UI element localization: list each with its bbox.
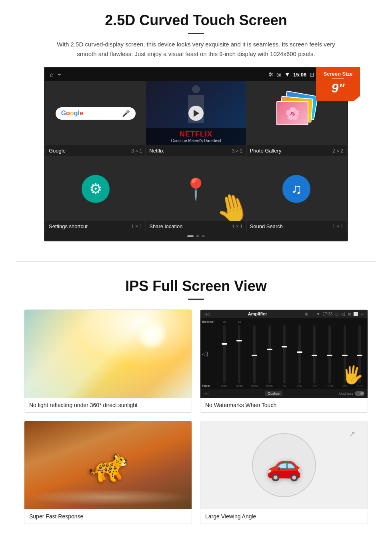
badge-size: 9" xyxy=(318,81,358,96)
eq-bar-60hz: 10 60hz xyxy=(217,320,232,387)
eq-label-balance: Balance xyxy=(202,320,215,323)
eq-container: Balance ◁) Fader 10 60hz xyxy=(200,318,368,389)
custom-button[interactable]: Custom xyxy=(265,391,282,396)
share-cell-inner: 📍 🤚 xyxy=(146,157,246,221)
eq-bar-100hz: 10 100hz xyxy=(232,320,247,387)
eq-handle-200hz[interactable] xyxy=(252,355,257,356)
maps-pin-icon: 📍 xyxy=(183,177,209,201)
amp-wifi-icon: ▼ xyxy=(316,312,320,316)
google-logo: Google xyxy=(61,110,83,117)
netflix-subtitle: Continue Marvel's Daredevil xyxy=(149,138,242,143)
google-cell-inner: Google 🎤 xyxy=(46,81,145,145)
eq-bar-200hz: 200hz xyxy=(247,320,262,387)
pagination-dots xyxy=(45,232,347,240)
car-caption: Large Viewing Angle xyxy=(200,509,368,524)
eq-handle-10k[interactable] xyxy=(312,355,317,356)
sound-icon-circle: ♫ xyxy=(282,175,310,203)
settings-app-size: 1 × 1 xyxy=(131,224,142,229)
title-divider xyxy=(188,33,204,34)
cheetah-caption: Super Fast Response xyxy=(24,509,192,524)
amplifier-screen: ◁◁ Amplifier ⊞ ··· ▼ 17:33 ⊡ ◁) ⊠ ⬜ ← xyxy=(200,310,368,398)
app-cell-share-location[interactable]: 📍 🤚 Share location 1 × 1 xyxy=(146,157,246,232)
android-screen: ⌂ ⌁ ✲ ◎ ▼ 15:06 ⊡ ◁) ⊠ ⬜ xyxy=(44,67,348,241)
dust-cloud xyxy=(24,489,192,505)
google-app-name: Google xyxy=(49,148,66,154)
photo-stack: 🌸 xyxy=(276,93,316,133)
app-cell-netflix[interactable]: NETFLIX Continue Marvel's Daredevil Netf… xyxy=(146,81,246,157)
gallery-app-size: 2 × 2 xyxy=(332,148,343,154)
dot-3 xyxy=(202,235,205,237)
status-bar: ⌂ ⌁ ✲ ◎ ▼ 15:06 ⊡ ◁) ⊠ ⬜ xyxy=(45,68,347,81)
share-label-bar: Share location 1 × 1 xyxy=(146,221,246,232)
screen-size-badge: Screen Size 9" xyxy=(316,67,360,101)
share-app-name: Share location xyxy=(149,223,182,229)
wifi-icon: ▼ xyxy=(284,71,290,78)
eq-handle-15k[interactable] xyxy=(342,355,348,356)
eq-handle-25k[interactable] xyxy=(297,351,302,353)
eq-label-fader: Fader xyxy=(202,384,215,387)
amplifier-caption: No Watermarks When Touch xyxy=(200,398,368,412)
device-wrapper: Screen Size 9" ⌂ ⌁ ✲ ◎ ▼ 15:06 ⊡ ◁) ⊠ xyxy=(44,67,348,241)
amp-nav-icon: ◁◁ xyxy=(204,391,209,395)
amp-win-icon: ⬜ xyxy=(353,312,358,316)
app-grid-row2: ⚙ Settings shortcut 1 × 1 📍 🤚 xyxy=(45,157,347,232)
car-image: 🚗 ↗ xyxy=(200,421,368,509)
app-cell-google[interactable]: Google 🎤 Google 3 × 1 xyxy=(45,81,146,157)
amp-cam-icon: ⊡ xyxy=(335,312,338,316)
bluetooth-icon: ✲ xyxy=(268,71,273,78)
location-icon: ◎ xyxy=(276,71,281,78)
google-mic-icon[interactable]: 🎤 xyxy=(122,110,130,117)
eq-handle-1k[interactable] xyxy=(282,346,287,347)
feature-card-sunlight: No light reflecting under 360° direct su… xyxy=(24,309,192,413)
usb-icon: ⌁ xyxy=(58,71,61,78)
section1-desc: With 2.5D curved-display screen, this de… xyxy=(56,40,336,59)
cheetah-image: 🐆 xyxy=(24,421,192,509)
feature-grid: No light reflecting under 360° direct su… xyxy=(24,309,368,524)
amp-close-icon: ⊠ xyxy=(348,312,351,316)
feature-card-cheetah: 🐆 Super Fast Response xyxy=(24,421,192,524)
loudness-label: loudness xyxy=(339,391,353,395)
amp-status-icons: ⊞ ··· ▼ 17:33 ⊡ ◁) ⊠ ⬜ ← xyxy=(305,312,364,316)
flower-icon: 🌸 xyxy=(285,106,300,120)
section1-title: 2.5D Curved Touch Screen xyxy=(24,12,368,29)
netflix-play-button[interactable] xyxy=(188,106,204,121)
gallery-app-name: Photo Gallery xyxy=(250,148,282,154)
loudness-toggle-pill[interactable] xyxy=(355,391,364,396)
eq-handle-sub[interactable] xyxy=(357,355,362,356)
hand-pointing-icon: 🤚 xyxy=(212,188,246,221)
dot-1 xyxy=(187,235,194,237)
sunlight-caption: No light reflecting under 360° direct su… xyxy=(24,398,192,412)
netflix-app-name: Netflix xyxy=(149,148,164,154)
hand-touch-icon: 🖐 xyxy=(341,363,364,386)
car-view-circle: 🚗 xyxy=(252,433,316,497)
amp-vol-icon: ◁) xyxy=(341,312,345,316)
eq-handle-100hz[interactable] xyxy=(236,340,242,341)
app-cell-sound-search[interactable]: ♫ Sound Search 1 × 1 xyxy=(246,157,347,232)
sunlight-rays xyxy=(24,310,192,398)
volume-icon-left: ◁) xyxy=(202,351,215,357)
photo-card-3: 🌸 xyxy=(276,101,308,125)
sound-app-size: 1 × 1 xyxy=(332,224,343,229)
status-bar-left: ⌂ ⌁ xyxy=(50,71,61,78)
amp-grid-icon: ⊞ xyxy=(305,312,308,316)
eq-bar-500hz: 500hz xyxy=(262,320,277,387)
sound-cell-inner: ♫ xyxy=(247,157,346,221)
music-note-icon: ♫ xyxy=(291,181,302,197)
sound-label-bar: Sound Search 1 × 1 xyxy=(247,221,346,232)
amp-header: ◁◁ Amplifier ⊞ ··· ▼ 17:33 ⊡ ◁) ⊠ ⬜ ← xyxy=(200,310,368,318)
eq-bar-10k: 10k xyxy=(308,320,322,387)
eq-bar-1k: 1k xyxy=(277,320,292,387)
settings-label-bar: Settings shortcut 1 × 1 xyxy=(46,221,145,232)
netflix-app-size: 3 × 2 xyxy=(232,148,243,154)
google-search-bar[interactable]: Google 🎤 xyxy=(56,107,136,120)
gear-icon: ⚙ xyxy=(89,181,102,197)
sunlight-burst xyxy=(136,318,168,350)
eq-handle-500hz[interactable] xyxy=(267,349,272,350)
eq-handle-60hz[interactable] xyxy=(222,343,227,345)
section-divider-hr xyxy=(16,261,376,262)
netflix-logo: NETFLIX xyxy=(149,130,242,138)
google-label-bar: Google 3 × 1 xyxy=(46,145,145,156)
app-cell-settings[interactable]: ⚙ Settings shortcut 1 × 1 xyxy=(45,157,146,232)
eq-handle-125k[interactable] xyxy=(327,355,332,356)
amp-eq-bars: 10 60hz 10 100hz xyxy=(216,318,368,389)
